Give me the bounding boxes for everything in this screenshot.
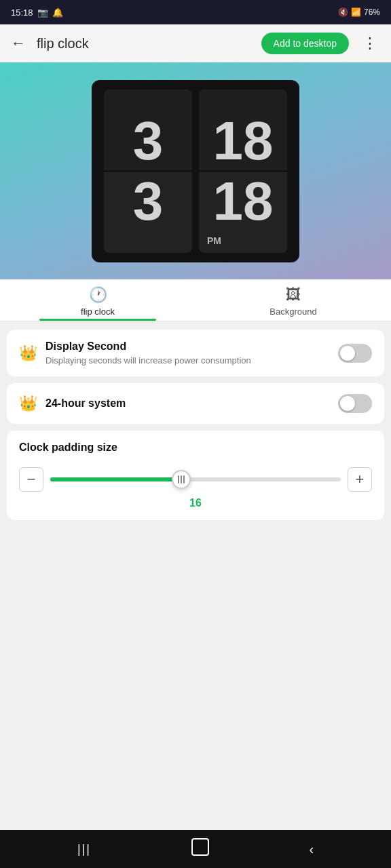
slider-fill xyxy=(50,477,181,481)
display-second-desc: Displaying seconds will increase power c… xyxy=(45,355,330,366)
battery-label: 76% xyxy=(364,7,380,17)
display-second-icon: 👑 xyxy=(19,344,37,362)
slider-track[interactable] xyxy=(50,477,341,481)
clock-padding-title: Clock padding size xyxy=(19,441,372,454)
slider-thumb[interactable] xyxy=(172,470,191,489)
flip-hour-bottom: 3 xyxy=(104,172,192,253)
flip-hour-display-bot: 3 xyxy=(104,172,192,253)
settings-content: 👑 Display Second Displaying seconds will… xyxy=(0,321,391,535)
status-right: 🔇 📶 76% xyxy=(338,7,380,17)
wifi-icon: 📶 xyxy=(351,7,361,17)
twenty-four-icon: 👑 xyxy=(19,395,37,412)
slider-row: − + xyxy=(19,467,372,492)
slider-thumb-grip xyxy=(178,475,185,484)
status-bar: 15:18 📷 🔔 🔇 📶 76% xyxy=(0,0,391,24)
display-second-text: Display Second Displaying seconds will i… xyxy=(45,340,330,366)
flip-hour-display: 3 xyxy=(104,90,192,171)
slider-decrease-button[interactable]: − xyxy=(19,467,43,492)
twenty-four-text: 24-hour system xyxy=(45,397,330,410)
nav-back-button[interactable]: ‹ xyxy=(309,842,314,857)
flip-clock-preview: 3 3 18 18 PM xyxy=(92,80,299,262)
twenty-four-hour-card: 👑 24-hour system xyxy=(7,383,384,424)
grip-line-2 xyxy=(181,475,182,484)
display-second-card: 👑 Display Second Displaying seconds will… xyxy=(7,330,384,376)
clock-padding-card: Clock padding size − + 16 xyxy=(7,431,384,520)
grip-line-3 xyxy=(183,475,185,484)
app-bar: ← flip clock Add to desktop ⋮ xyxy=(0,24,391,62)
status-time: 15:18 xyxy=(11,7,33,18)
flip-minutes-group: 18 18 PM xyxy=(199,90,287,253)
status-left: 15:18 📷 🔔 xyxy=(11,7,63,18)
back-button[interactable]: ← xyxy=(8,32,29,55)
status-notification-icon: 🔔 xyxy=(52,7,63,18)
twenty-four-title: 24-hour system xyxy=(45,397,330,410)
period-label: PM xyxy=(207,235,221,246)
grip-line-1 xyxy=(178,475,179,484)
flip-minutes-top: 18 xyxy=(199,90,287,172)
nav-menu-button[interactable]: ||| xyxy=(77,842,91,856)
slider-value: 16 xyxy=(19,497,372,509)
flip-hour-top: 3 xyxy=(104,90,192,172)
tab-underline-flip-clock xyxy=(39,319,157,321)
more-options-button[interactable]: ⋮ xyxy=(357,32,383,55)
status-photo-icon: 📷 xyxy=(37,7,48,18)
twenty-four-hour-row: 👑 24-hour system xyxy=(19,394,372,413)
display-second-title: Display Second xyxy=(45,340,330,353)
flip-hour-group: 3 3 xyxy=(104,90,192,253)
add-to-desktop-button[interactable]: Add to desktop xyxy=(261,33,349,54)
preview-area: 3 3 18 18 PM xyxy=(0,62,391,279)
flip-clock-tab-icon: 🕐 xyxy=(89,286,107,304)
flip-clock-tab-label: flip clock xyxy=(81,307,115,317)
nav-home-button[interactable] xyxy=(191,838,209,860)
mute-icon: 🔇 xyxy=(338,7,348,17)
background-tab-icon: 🖼 xyxy=(286,286,301,304)
nav-home-icon xyxy=(191,838,209,856)
tab-background[interactable]: 🖼 Background xyxy=(196,279,391,321)
app-bar-title: flip clock xyxy=(37,36,253,52)
tab-flip-clock[interactable]: 🕐 flip clock xyxy=(0,279,196,321)
flip-minutes-display: 18 xyxy=(199,90,287,171)
display-second-toggle[interactable] xyxy=(338,344,372,363)
display-second-row: 👑 Display Second Displaying seconds will… xyxy=(19,340,372,366)
nav-bar: ||| ‹ xyxy=(0,830,391,868)
twenty-four-toggle[interactable] xyxy=(338,394,372,413)
slider-increase-button[interactable]: + xyxy=(348,467,372,492)
background-tab-label: Background xyxy=(269,307,316,317)
tabs-container: 🕐 flip clock 🖼 Background xyxy=(0,279,391,321)
